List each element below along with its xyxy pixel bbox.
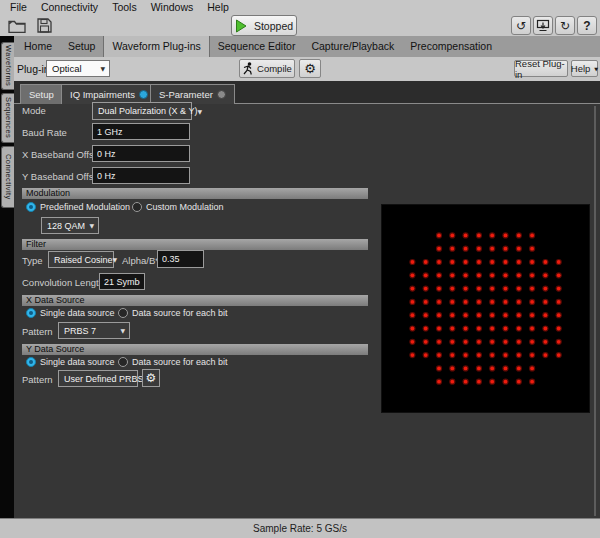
play-icon <box>235 19 247 33</box>
plugin-tab-bar: Setup IQ Impairments S-Parameter <box>14 81 600 104</box>
open-file-icon[interactable] <box>6 16 28 35</box>
plugin-bar: Plug-in: Optical ▼ Compile ⚙ Reset Plug-… <box>0 57 600 81</box>
constellation-plot <box>381 204 590 413</box>
compile-button[interactable]: Compile <box>239 59 295 78</box>
modulation-dropdown[interactable]: 128 QAM ▼ <box>41 217 99 234</box>
chevron-down-icon: ▼ <box>113 256 122 263</box>
sample-rate-text: Sample Rate: 5 GS/s <box>253 523 347 534</box>
help-icon[interactable]: ? <box>577 16 597 35</box>
run-state-label: Stopped <box>254 20 293 32</box>
refresh-icon[interactable]: ↻ <box>555 16 575 35</box>
filter-type-label: Type <box>22 255 43 266</box>
status-bar: Sample Rate: 5 GS/s <box>0 518 600 538</box>
x-baseband-offset-label: X Baseband Offset <box>22 149 102 160</box>
convolution-length-label: Convolution Length <box>22 277 104 288</box>
info-badge-icon <box>139 90 148 99</box>
alpha-input[interactable] <box>157 250 204 268</box>
side-tab-connectivity[interactable]: Connectivity <box>1 146 14 208</box>
convolution-length-input[interactable] <box>99 273 145 290</box>
tab-sequence-editor[interactable]: Sequence Editor <box>210 36 304 57</box>
x-baseband-offset-input[interactable] <box>92 145 190 162</box>
baud-rate-label: Baud Rate <box>22 127 67 138</box>
menu-file[interactable]: File <box>3 0 34 15</box>
plugin-tab-iq-impairments[interactable]: IQ Impairments <box>61 84 157 104</box>
menu-connectivity[interactable]: Connectivity <box>34 0 105 15</box>
chevron-down-icon: ▼ <box>594 66 598 72</box>
chevron-down-icon: ▼ <box>100 65 109 72</box>
radio-on-icon[interactable] <box>26 357 36 367</box>
custom-modulation-radio[interactable]: Custom Modulation <box>132 202 224 212</box>
chevron-down-icon: ▼ <box>197 108 206 115</box>
compile-run-icon <box>242 62 253 75</box>
side-tab-strip: Waveforms Sequences Connectivity <box>0 36 14 518</box>
menu-windows[interactable]: Windows <box>144 0 201 15</box>
y-pattern-dropdown[interactable]: User Defined PRBS ▼ <box>58 370 138 387</box>
radio-off-icon[interactable] <box>132 202 142 212</box>
tab-capture-playback[interactable]: Capture/Playback <box>303 36 402 57</box>
side-tab-waveforms[interactable]: Waveforms <box>1 42 14 90</box>
vertical-scrollbar[interactable] <box>594 106 596 516</box>
compile-settings-gear-icon[interactable]: ⚙ <box>299 59 321 78</box>
tab-waveform-plugins[interactable]: Waveform Plug-ins <box>103 36 209 57</box>
radio-off-icon[interactable] <box>118 308 128 318</box>
y-baseband-offset-input[interactable] <box>92 167 190 184</box>
main-tab-bar: Home Setup Waveform Plug-ins Sequence Ed… <box>0 36 600 57</box>
plugin-select[interactable]: Optical ▼ <box>46 60 110 77</box>
plugin-help-button[interactable]: Help ▼ <box>571 60 598 77</box>
plugin-tab-setup[interactable]: Setup <box>20 84 63 104</box>
reset-plugin-button[interactable]: Reset Plug-in <box>514 60 568 77</box>
mode-label: Mode <box>22 105 46 116</box>
constellation-dots <box>382 205 589 412</box>
tab-home[interactable]: Home <box>16 36 60 57</box>
mode-dropdown[interactable]: Dual Polarization (X & Y) ▼ <box>92 102 192 120</box>
x-pattern-dropdown[interactable]: PRBS 7 ▼ <box>58 322 130 339</box>
radio-on-icon[interactable] <box>26 202 36 212</box>
send-to-instrument-icon[interactable] <box>533 16 553 35</box>
run-stop-button[interactable]: Stopped <box>231 15 297 36</box>
plugin-content: Setup IQ Impairments S-Parameter Mode Du… <box>14 81 600 518</box>
tab-precompensation[interactable]: Precompensation <box>402 36 500 57</box>
predefined-modulation-radio[interactable]: Predefined Modulation <box>26 202 130 212</box>
x-single-source-radio[interactable]: Single data source <box>26 308 115 318</box>
plugin-tab-s-parameter[interactable]: S-Parameter <box>150 84 235 104</box>
radio-off-icon[interactable] <box>118 357 128 367</box>
menu-bar: File Connectivity Tools Windows Help <box>0 0 600 15</box>
tab-setup[interactable]: Setup <box>60 36 103 57</box>
y-data-source-header: Y Data Source <box>22 344 368 355</box>
y-each-bit-radio[interactable]: Data source for each bit <box>118 357 228 367</box>
y-baseband-offset-label: Y Baseband Offset <box>22 171 101 182</box>
chevron-down-icon: ▼ <box>120 327 129 334</box>
baud-rate-input[interactable] <box>92 123 190 140</box>
filter-type-dropdown[interactable]: Raised Cosine ▼ <box>48 251 114 268</box>
restore-layout-icon[interactable]: ↺ <box>511 16 531 35</box>
y-single-source-radio[interactable]: Single data source <box>26 357 115 367</box>
x-pattern-label: Pattern <box>22 326 53 337</box>
modulation-section-header: Modulation <box>22 188 368 199</box>
y-pattern-label: Pattern <box>22 374 53 385</box>
x-data-source-header: X Data Source <box>22 295 368 306</box>
x-each-bit-radio[interactable]: Data source for each bit <box>118 308 228 318</box>
toolbar: Stopped ↺ ↻ ? <box>0 15 600 36</box>
menu-help[interactable]: Help <box>200 0 236 15</box>
side-tab-sequences[interactable]: Sequences <box>1 93 14 143</box>
radio-on-icon[interactable] <box>26 308 36 318</box>
y-pattern-gear-icon[interactable]: ⚙ <box>142 369 160 387</box>
menu-tools[interactable]: Tools <box>105 0 144 15</box>
chevron-down-icon: ▼ <box>89 222 98 229</box>
filter-section-header: Filter <box>22 239 368 250</box>
save-icon[interactable] <box>33 16 55 35</box>
info-badge-icon <box>217 90 226 99</box>
